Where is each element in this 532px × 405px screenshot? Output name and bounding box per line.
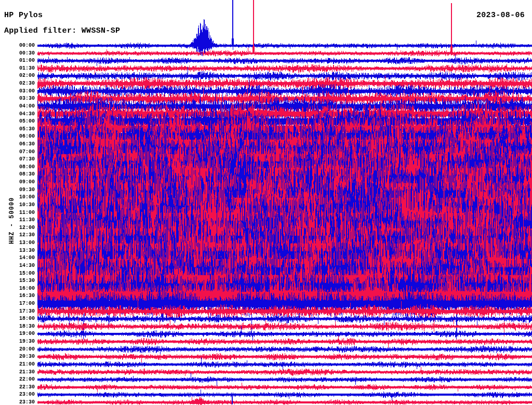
station-title: HP Pylos: [4, 11, 43, 20]
time-label: 17:30: [0, 309, 35, 314]
time-label: 04:00: [0, 104, 35, 109]
time-label: 20:00: [0, 347, 35, 352]
time-label: 14:00: [0, 255, 35, 261]
time-label: 17:00: [0, 301, 35, 306]
time-label: 05:00: [0, 119, 35, 124]
time-label: 07:30: [0, 157, 35, 162]
time-label: 11:00: [0, 210, 35, 215]
time-label: 15:30: [0, 278, 35, 284]
helicorder-screen: 00:0000:3001:0001:3002:0002:3003:0003:30…: [0, 0, 532, 405]
time-label: 11:30: [0, 218, 35, 223]
time-label: 13:30: [0, 248, 35, 253]
filter-label: Applied filter: WWSSN-SP: [4, 26, 120, 35]
time-label: 06:30: [0, 142, 35, 147]
time-label: 12:30: [0, 233, 35, 238]
time-label: 20:30: [0, 354, 35, 359]
time-label: 19:30: [0, 339, 35, 344]
time-label: 02:30: [0, 81, 35, 86]
time-label: 12:00: [0, 225, 35, 231]
time-label: 10:30: [0, 203, 35, 208]
y-axis-label: HHZ - 50000: [8, 192, 16, 249]
seismogram-canvas: [0, 0, 532, 405]
time-label: 02:00: [0, 73, 35, 78]
time-label: 09:00: [0, 180, 35, 185]
time-label: 01:30: [0, 66, 35, 71]
time-label: 19:00: [0, 331, 35, 336]
time-label: 03:00: [0, 89, 35, 94]
time-label: 22:30: [0, 385, 35, 390]
time-label: 23:30: [0, 400, 35, 405]
time-label: 21:00: [0, 362, 35, 367]
time-label: 18:30: [0, 324, 35, 329]
time-label: 18:00: [0, 316, 35, 321]
time-label: 05:30: [0, 127, 35, 132]
time-label: 08:00: [0, 165, 35, 170]
time-label: 21:30: [0, 370, 35, 375]
time-label: 13:00: [0, 240, 35, 246]
time-label: 01:00: [0, 58, 35, 63]
time-label: 07:00: [0, 150, 35, 155]
time-axis: 00:0000:3001:0001:3002:0002:3003:0003:30…: [0, 0, 35, 405]
time-label: 15:00: [0, 271, 35, 276]
time-label: 00:00: [0, 43, 35, 48]
time-label: 08:30: [0, 172, 35, 177]
time-label: 03:30: [0, 96, 35, 101]
time-label: 00:30: [0, 51, 35, 56]
time-label: 16:00: [0, 286, 35, 291]
time-label: 16:30: [0, 293, 35, 299]
time-label: 10:00: [0, 195, 35, 200]
time-label: 22:00: [0, 377, 35, 382]
time-label: 09:30: [0, 187, 35, 193]
time-label: 23:00: [0, 392, 35, 397]
time-label: 14:30: [0, 263, 35, 268]
date-label: 2023-08-06: [476, 11, 525, 20]
time-label: 06:00: [0, 134, 35, 139]
time-label: 04:30: [0, 112, 35, 117]
